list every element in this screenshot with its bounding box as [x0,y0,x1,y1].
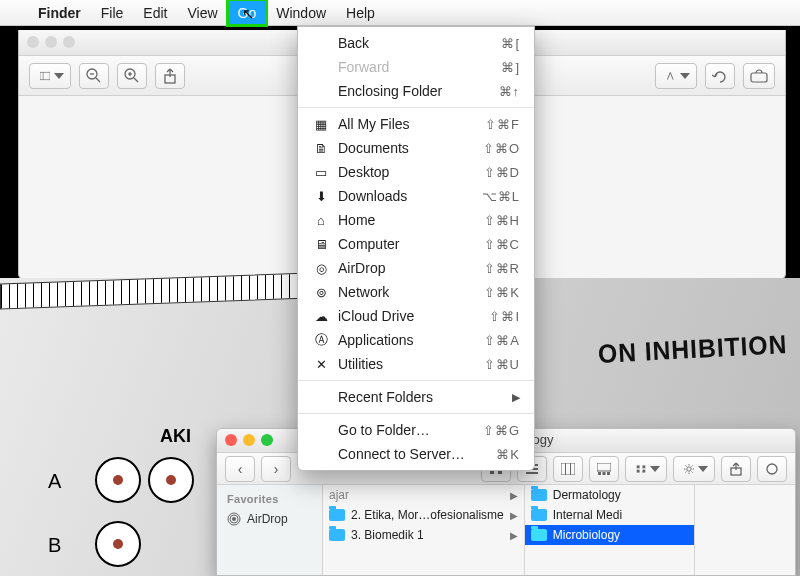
menu-item-label: Documents [338,140,409,156]
menu-item-label: Network [338,284,389,300]
sidebar-toggle-button[interactable] [29,63,71,89]
folder-icon [329,509,345,521]
preview-traffic-lights[interactable] [27,36,75,48]
menu-item-shortcut: ⇧⌘R [484,261,520,276]
traffic-dot-icon[interactable] [27,36,39,48]
menu-edit[interactable]: Edit [133,0,177,25]
menu-item-applications[interactable]: ⒶApplications⇧⌘A [298,328,534,352]
svg-rect-26 [642,465,645,468]
list-item[interactable]: ajar▶ [323,485,524,505]
menu-item-shortcut: ⇧⌘G [483,423,520,438]
view-gallery-button[interactable] [589,456,619,482]
forward-button[interactable]: › [261,456,291,482]
finder-columns: ajar▶ 2. Etika, Mor…ofesionalisme▶ 3. Bi… [323,485,795,575]
svg-rect-28 [642,469,645,472]
menu-separator [298,107,534,108]
share-button[interactable] [721,456,751,482]
svg-rect-23 [603,472,606,475]
menu-item-label: iCloud Drive [338,308,414,324]
menu-view[interactable]: View [177,0,227,25]
zoom-in-button[interactable] [117,63,147,89]
menu-item-network[interactable]: ⊚Network⇧⌘K [298,280,534,304]
menu-item-shortcut: ⇧⌘H [484,213,520,228]
menu-item-computer[interactable]: 🖥Computer⇧⌘C [298,232,534,256]
list-item[interactable]: Internal Medi [525,505,694,525]
menu-item-go-to-folder[interactable]: Go to Folder…⇧⌘G [298,418,534,442]
menu-app-name[interactable]: Finder [28,0,91,25]
download-icon: ⬇ [312,189,330,204]
svg-rect-22 [598,472,601,475]
list-item-label: Dermatology [553,488,621,502]
utilities-icon: ✕ [312,357,330,372]
list-item-selected[interactable]: Microbiology [525,525,694,545]
folder-icon [531,489,547,501]
menu-item-shortcut: ⌥⌘L [482,189,520,204]
menu-item-shortcut: ⇧⌘A [484,333,520,348]
petri-dish-icon [95,521,141,567]
airdrop-icon: ◎ [312,261,330,276]
menu-item-label: Enclosing Folder [338,83,442,99]
action-button[interactable] [673,456,715,482]
menu-item-downloads[interactable]: ⬇Downloads⌥⌘L [298,184,534,208]
menu-item-shortcut: ⇧⌘U [484,357,520,372]
list-item[interactable]: Dermatology [525,485,694,505]
arrange-button[interactable] [625,456,667,482]
menu-item-label: Go to Folder… [338,422,430,438]
svg-point-39 [767,464,777,474]
finder-column-1: ajar▶ 2. Etika, Mor…ofesionalisme▶ 3. Bi… [323,485,525,575]
menu-item-all-my-files[interactable]: ▦All My Files⇧⌘F [298,112,534,136]
menu-item-airdrop[interactable]: ◎AirDrop⇧⌘R [298,256,534,280]
svg-line-6 [134,78,138,82]
menu-item-utilities[interactable]: ✕Utilities⇧⌘U [298,352,534,376]
svg-rect-27 [637,469,640,472]
markup-button[interactable] [743,63,775,89]
folder-icon [531,509,547,521]
menu-help[interactable]: Help [336,0,385,25]
menu-item-label: Home [338,212,375,228]
view-columns-button[interactable] [553,456,583,482]
menu-item-icloud[interactable]: ☁iCloud Drive⇧⌘I [298,304,534,328]
photo-title-text: ON INHIBITION [597,329,788,370]
menu-item-shortcut: ⌘[ [501,36,520,51]
menu-item-documents[interactable]: 🗎Documents⇧⌘O [298,136,534,160]
finder-body: Favorites AirDrop ajar▶ 2. Etika, Mor…of… [217,485,795,575]
menu-item-enclosing-folder[interactable]: Enclosing Folder⌘↑ [298,79,534,103]
mouse-cursor-icon: ↖ [242,5,255,23]
sidebar-item-airdrop[interactable]: AirDrop [217,509,322,529]
traffic-dot-icon[interactable] [45,36,57,48]
back-button[interactable]: ‹ [225,456,255,482]
traffic-dot-icon[interactable] [63,36,75,48]
svg-line-35 [692,471,693,472]
menu-item-label: Desktop [338,164,389,180]
photo-label-aki: AKI [160,426,191,447]
menu-item-connect-to-server[interactable]: Connect to Server…⌘K [298,442,534,466]
sidebar-header: Favorites [217,491,322,509]
dd-section-nav: Back⌘[ Forward⌘] Enclosing Folder⌘↑ [298,31,534,103]
share-button[interactable] [155,63,185,89]
tags-button[interactable] [757,456,787,482]
menu-window[interactable]: Window [266,0,336,25]
svg-rect-25 [637,465,640,468]
rotate-button[interactable] [705,63,735,89]
menu-go[interactable]: Go ↖ [228,0,267,25]
menu-item-forward: Forward⌘] [298,55,534,79]
menu-item-label: Forward [338,59,389,75]
network-icon: ⊚ [312,285,330,300]
menu-item-back[interactable]: Back⌘[ [298,31,534,55]
menu-file[interactable]: File [91,0,134,25]
svg-point-40 [232,517,236,521]
home-icon: ⌂ [312,213,330,228]
svg-rect-24 [607,472,610,475]
svg-rect-0 [40,72,50,80]
menu-item-desktop[interactable]: ▭Desktop⇧⌘D [298,160,534,184]
highlight-button[interactable] [655,63,697,89]
list-item[interactable]: 3. Biomedik 1▶ [323,525,524,545]
list-item[interactable]: 2. Etika, Mor…ofesionalisme▶ [323,505,524,525]
zoom-out-button[interactable] [79,63,109,89]
menu-item-label: Downloads [338,188,407,204]
svg-line-34 [685,465,686,466]
menu-item-home[interactable]: ⌂Home⇧⌘H [298,208,534,232]
desktop-icon: ▭ [312,165,330,180]
menu-item-recent-folders[interactable]: Recent Folders▶ [298,385,534,409]
document-icon: 🗎 [312,141,330,156]
